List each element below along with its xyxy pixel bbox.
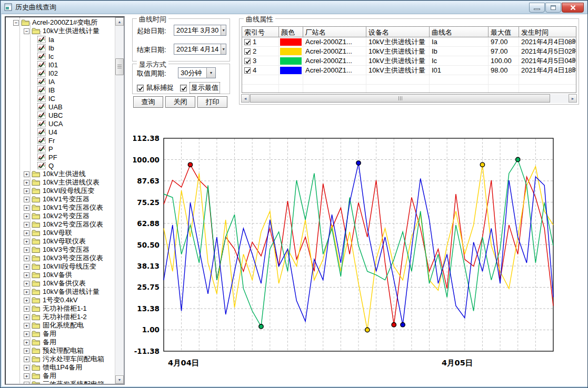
expand-toggle-icon[interactable]: +: [24, 348, 29, 354]
period-select[interactable]: 30分钟 ▼: [178, 67, 216, 78]
column-header-5[interactable]: 最大值: [489, 27, 519, 37]
row-checkbox-checked-icon[interactable]: [244, 39, 251, 45]
tree-item[interactable]: UAB: [6, 103, 115, 111]
tree-item[interactable]: +10kV备供: [6, 271, 115, 279]
table-hscrollbar[interactable]: ◄ ►: [241, 94, 577, 103]
query-button[interactable]: 查询: [133, 96, 163, 108]
tree-item[interactable]: +预处理配电箱: [6, 346, 115, 355]
tree-item[interactable]: +备用: [6, 338, 115, 346]
tree-item[interactable]: +固化系统配电: [6, 321, 115, 330]
tree-item[interactable]: I02: [6, 69, 115, 77]
tree-item[interactable]: PF: [6, 153, 115, 161]
tree-item[interactable]: +10kV1号变压器: [6, 195, 115, 203]
table-row[interactable]: 1Acrel-2000Z1...10kV主供进线计量Ia97.002021年4月…: [242, 37, 576, 47]
expand-toggle-icon[interactable]: +: [24, 331, 29, 337]
tree-item[interactable]: +1号变0.4kV: [6, 296, 115, 304]
scroll-left-button[interactable]: ◄: [241, 94, 250, 103]
print-button[interactable]: 打印: [197, 96, 227, 108]
maximize-button[interactable]: [545, 3, 561, 13]
expand-toggle-icon[interactable]: +: [24, 365, 29, 371]
tree-item[interactable]: Q: [6, 161, 115, 170]
tree-item[interactable]: Ia: [6, 35, 115, 44]
column-header-1[interactable]: 颜色: [279, 27, 303, 37]
close-dialog-button[interactable]: 关闭: [165, 96, 195, 108]
expand-toggle-icon[interactable]: +: [24, 323, 29, 329]
column-header-0[interactable]: 索引号: [242, 27, 279, 37]
expand-toggle-icon[interactable]: +: [24, 222, 29, 228]
scroll-right-button[interactable]: ►: [569, 94, 577, 103]
tree-item[interactable]: +10kV主供进线: [6, 170, 115, 178]
table-row[interactable]: 2Acrel-2000Z1...10kV主供进线计量Ib97.002021年4月…: [242, 47, 576, 56]
tree-item[interactable]: U4: [6, 128, 115, 136]
row-checkbox-checked-icon[interactable]: [244, 58, 251, 64]
expand-toggle-icon[interactable]: +: [24, 340, 29, 345]
row-checkbox-checked-icon[interactable]: [244, 67, 251, 74]
tree-item[interactable]: +污水处理车间配电箱: [6, 355, 115, 363]
checkbox-checked-icon[interactable]: [137, 85, 144, 91]
history-chart[interactable]: 112.38100.0087.6375.2562.8850.5038.1325.…: [133, 124, 586, 375]
chevron-down-icon[interactable]: ▼: [221, 25, 226, 35]
chevron-down-icon[interactable]: ▼: [221, 44, 226, 54]
minimize-button[interactable]: [529, 3, 545, 13]
tree-item[interactable]: +10kV2号变压器: [6, 212, 115, 220]
expand-toggle-icon[interactable]: +: [24, 213, 29, 219]
tree-item[interactable]: +10kVI段母线压变: [6, 187, 115, 195]
tree-item[interactable]: +10kV2号变压器仪表: [6, 220, 115, 229]
collapse-toggle-icon[interactable]: −: [24, 28, 29, 34]
expand-toggle-icon[interactable]: +: [24, 180, 29, 186]
mouse-capture-checkbox[interactable]: 鼠标捕捉: [137, 83, 174, 93]
tree-item[interactable]: Ib: [6, 44, 115, 52]
expand-toggle-icon[interactable]: +: [24, 382, 29, 384]
expand-toggle-icon[interactable]: +: [24, 171, 29, 177]
scroll-up-button[interactable]: ▲: [115, 17, 124, 26]
expand-toggle-icon[interactable]: +: [24, 306, 29, 312]
tree-item[interactable]: +10kV3号变压器仪表: [6, 254, 115, 262]
tree-item[interactable]: +10kV备供进线计量: [6, 288, 115, 296]
expand-toggle-icon[interactable]: +: [24, 373, 29, 379]
end-date-picker[interactable]: 2021年 4月14 ▼: [174, 44, 226, 55]
tree-item[interactable]: +10kV主供进线仪表: [6, 178, 115, 187]
expand-toggle-icon[interactable]: +: [24, 272, 29, 278]
collapse-toggle-icon[interactable]: −: [13, 20, 19, 26]
expand-toggle-icon[interactable]: +: [24, 356, 29, 362]
tree-item[interactable]: +备用: [6, 330, 115, 338]
tree-item[interactable]: −Acrel-2000Z1#变电所: [6, 18, 115, 27]
tree-item[interactable]: +10kVII段母线压变: [6, 262, 115, 271]
tree-item[interactable]: IB: [6, 86, 115, 94]
table-row[interactable]: 3Acrel-2000Z1...10kV主供进线计量Ic100.002021年4…: [242, 56, 576, 66]
expand-toggle-icon[interactable]: +: [24, 281, 29, 287]
expand-toggle-icon[interactable]: +: [24, 205, 29, 211]
column-header-3[interactable]: 设备名: [366, 27, 430, 37]
expand-toggle-icon[interactable]: +: [24, 256, 29, 261]
show-extremes-checkbox[interactable]: 显示最值: [180, 82, 220, 94]
tree-item[interactable]: +馈电1P4备用: [6, 363, 115, 372]
expand-toggle-icon[interactable]: +: [24, 197, 29, 202]
titlebar[interactable]: 历史曲线查询: [1, 1, 587, 14]
tree-item[interactable]: +无功补偿柜1-1: [6, 304, 115, 313]
tree-item[interactable]: +10kV母联: [6, 229, 115, 237]
close-button[interactable]: [562, 3, 584, 13]
expand-toggle-icon[interactable]: +: [24, 289, 29, 295]
row-checkbox-checked-icon[interactable]: [244, 48, 251, 55]
tree-item[interactable]: +10kV备供仪表: [6, 279, 115, 288]
expand-toggle-icon[interactable]: +: [24, 314, 29, 320]
tree-item[interactable]: +10kV1号变压器仪表: [6, 203, 115, 212]
expand-toggle-icon[interactable]: +: [24, 247, 29, 253]
expand-toggle-icon[interactable]: +: [24, 264, 29, 270]
tree-item[interactable]: IA: [6, 77, 115, 86]
table-row[interactable]: 4Acrel-2000Z1...10kV主供进线计量I0198.002021年4…: [242, 66, 576, 75]
tree-item[interactable]: UBC: [6, 111, 115, 119]
tree-item[interactable]: +10kV3号变压器: [6, 246, 115, 254]
column-header-4[interactable]: 曲线名: [430, 27, 489, 37]
tree-item[interactable]: P: [6, 145, 115, 153]
table-hscrollbar-thumb[interactable]: [250, 94, 550, 103]
tree-item[interactable]: Fr: [6, 136, 115, 145]
tree-item[interactable]: IC: [6, 94, 115, 103]
tree-item[interactable]: +无功补偿柜1-2: [6, 313, 115, 321]
tree-scrollbar-thumb[interactable]: [115, 58, 124, 75]
tree-item[interactable]: UCA: [6, 119, 115, 128]
tree-scrollbar[interactable]: ▲ ▼: [115, 17, 124, 384]
scroll-down-button[interactable]: ▼: [115, 375, 124, 384]
tree-item[interactable]: I01: [6, 60, 115, 69]
tree-item[interactable]: Ic: [6, 52, 115, 60]
